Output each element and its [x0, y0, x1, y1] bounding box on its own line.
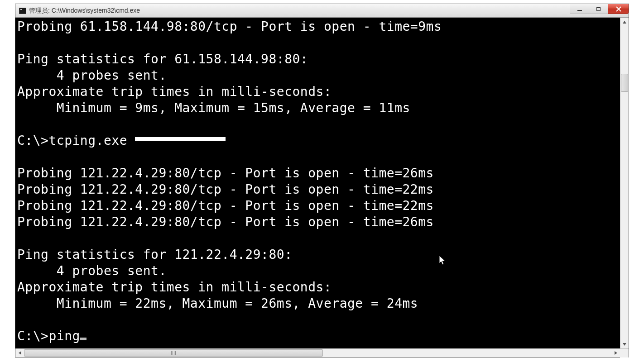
output-line: Approximate trip times in milli-seconds: [17, 84, 332, 99]
output-line: Minimum = 22ms, Maximum = 26ms, Average … [17, 296, 418, 311]
command-line: C:\>tcping.exe [17, 133, 226, 148]
output-line: Probing 121.22.4.29:80/tcp - Port is ope… [17, 182, 434, 197]
chevron-up-icon [623, 21, 626, 24]
maximize-button[interactable] [589, 4, 608, 14]
scroll-left-button[interactable] [15, 349, 24, 357]
scroll-thumb-vertical[interactable] [621, 74, 628, 92]
window-controls [570, 4, 629, 14]
scroll-thumb-horizontal[interactable] [24, 349, 323, 357]
grip-icon [171, 351, 176, 355]
output-line: Ping statistics for 121.22.4.29:80: [17, 247, 293, 262]
redacted-text [135, 137, 226, 141]
scroll-track-vertical[interactable] [620, 26, 629, 340]
chevron-right-icon [615, 351, 617, 355]
chevron-left-icon [19, 351, 21, 355]
output-line: 4 probes sent. [17, 68, 167, 83]
close-icon [615, 6, 622, 12]
prompt-line: C:\>ping [17, 329, 87, 343]
scroll-down-button[interactable] [620, 340, 629, 348]
console-body: Probing 61.158.144.98:80/tcp - Port is o… [15, 18, 629, 348]
scrollbar-corner [620, 349, 629, 357]
cmd-icon [19, 8, 26, 14]
minimize-button[interactable] [570, 4, 589, 14]
chevron-down-icon [623, 343, 626, 346]
output-line: Probing 61.158.144.98:80/tcp - Port is o… [17, 19, 442, 34]
scroll-right-button[interactable] [611, 349, 620, 357]
console-output[interactable]: Probing 61.158.144.98:80/tcp - Port is o… [15, 18, 620, 348]
output-line: Ping statistics for 61.158.144.98:80: [17, 52, 308, 67]
output-line: Probing 121.22.4.29:80/tcp - Port is ope… [17, 214, 434, 229]
maximize-icon [596, 7, 601, 11]
output-line: 4 probes sent. [17, 263, 167, 278]
horizontal-scrollbar[interactable] [15, 348, 629, 357]
output-line: Approximate trip times in milli-seconds: [17, 280, 332, 295]
text-cursor [80, 338, 87, 340]
output-line: Probing 121.22.4.29:80/tcp - Port is ope… [17, 198, 434, 213]
vertical-scrollbar[interactable] [620, 18, 629, 348]
minimize-icon [577, 10, 582, 11]
output-line: Probing 121.22.4.29:80/tcp - Port is ope… [17, 166, 434, 181]
window-title: 管理员: C:\Windows\system32\cmd.exe [29, 7, 140, 15]
titlebar[interactable]: 管理员: C:\Windows\system32\cmd.exe [15, 4, 629, 18]
close-button[interactable] [608, 4, 629, 14]
cmd-window: 管理员: C:\Windows\system32\cmd.exe Probing… [15, 4, 629, 357]
scroll-up-button[interactable] [620, 18, 629, 26]
scroll-track-horizontal[interactable] [24, 349, 611, 357]
output-line: Minimum = 9ms, Maximum = 15ms, Average =… [17, 100, 410, 115]
